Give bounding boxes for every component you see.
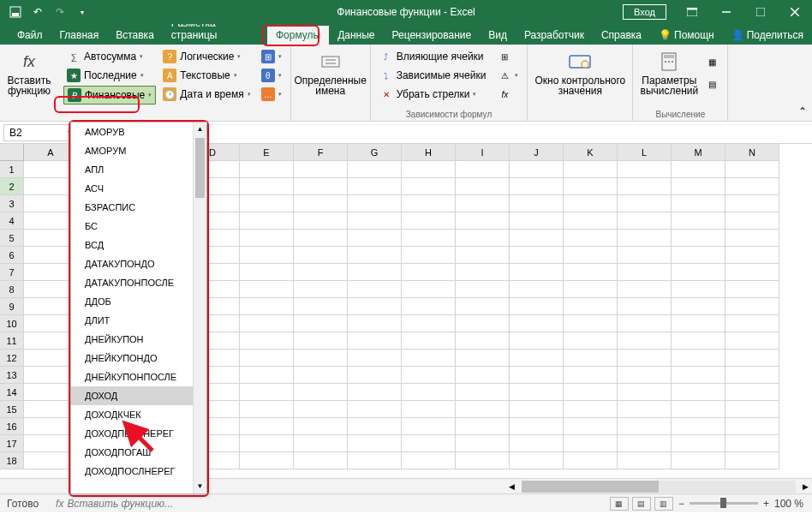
cell[interactable]: [564, 384, 618, 401]
cell[interactable]: [402, 384, 456, 401]
dropdown-item[interactable]: АМОРУМ: [71, 141, 206, 160]
cell[interactable]: [510, 195, 564, 212]
datetime-button[interactable]: 🕐Дата и время▾: [159, 86, 254, 103]
cell[interactable]: [618, 367, 672, 384]
col-header[interactable]: J: [510, 144, 564, 161]
show-formulas-button[interactable]: ⊞: [494, 48, 522, 65]
undo-icon[interactable]: ↶: [29, 3, 46, 21]
cell[interactable]: [618, 281, 672, 298]
select-all-corner[interactable]: [0, 144, 24, 161]
cell[interactable]: [725, 161, 779, 178]
cell[interactable]: [672, 315, 725, 332]
cell[interactable]: [564, 401, 618, 418]
cell[interactable]: [240, 315, 294, 332]
cell[interactable]: [725, 384, 779, 401]
cell[interactable]: [402, 195, 456, 212]
cell[interactable]: [564, 418, 618, 435]
tab-data[interactable]: Данные: [329, 26, 383, 45]
cell[interactable]: [240, 281, 294, 298]
row-header[interactable]: 8: [0, 281, 24, 298]
cell[interactable]: [618, 212, 672, 230]
row-header[interactable]: 9: [0, 298, 24, 315]
login-button[interactable]: Вход: [623, 4, 666, 20]
cell[interactable]: [510, 452, 564, 469]
cell[interactable]: [240, 367, 294, 384]
hscroll-left-icon[interactable]: ◀: [505, 482, 518, 491]
cell[interactable]: [618, 247, 672, 264]
cell[interactable]: [294, 264, 348, 281]
row-header[interactable]: 18: [0, 452, 24, 469]
cell[interactable]: [672, 195, 725, 212]
cell[interactable]: [456, 195, 510, 212]
cell[interactable]: [672, 264, 725, 281]
cell[interactable]: [564, 350, 618, 367]
calc-now-button[interactable]: ▦: [702, 53, 722, 70]
dropdown-item[interactable]: ДНЕЙКУПОНДО: [71, 349, 206, 368]
col-header[interactable]: M: [672, 144, 725, 161]
view-pagebreak-button[interactable]: ▥: [654, 497, 673, 511]
row-header[interactable]: 4: [0, 212, 24, 230]
qa-customize-icon[interactable]: ▾: [74, 3, 91, 21]
error-check-button[interactable]: ⚠▾: [494, 67, 522, 84]
row-header[interactable]: 11: [0, 332, 24, 350]
zoom-in-button[interactable]: +: [763, 498, 769, 510]
dropdown-item[interactable]: ДАТАКУПОНДО: [71, 254, 206, 273]
dropdown-item[interactable]: ДЛИТ: [71, 311, 206, 330]
cell[interactable]: [402, 298, 456, 315]
cell[interactable]: [510, 161, 564, 178]
cell[interactable]: [725, 350, 779, 367]
cell[interactable]: [672, 281, 725, 298]
dropdown-item[interactable]: АСЧ: [71, 179, 206, 198]
cell[interactable]: [618, 452, 672, 469]
cell[interactable]: [725, 418, 779, 435]
cell[interactable]: [510, 350, 564, 367]
col-header[interactable]: E: [240, 144, 294, 161]
row-header[interactable]: 10: [0, 315, 24, 332]
cell[interactable]: [672, 367, 725, 384]
cell[interactable]: [402, 401, 456, 418]
cell[interactable]: [240, 401, 294, 418]
tab-insert[interactable]: Вставка: [107, 26, 163, 45]
cell[interactable]: [294, 315, 348, 332]
cell[interactable]: [294, 418, 348, 435]
cell[interactable]: [672, 161, 725, 178]
cell[interactable]: [294, 212, 348, 230]
dropdown-item[interactable]: ВСД: [71, 236, 206, 254]
cell[interactable]: [564, 298, 618, 315]
col-header[interactable]: K: [564, 144, 618, 161]
cell[interactable]: [618, 418, 672, 435]
dropdown-item[interactable]: ДОХОДПЕРВНЕРЕГ: [71, 424, 206, 443]
cell[interactable]: [348, 212, 402, 230]
cell[interactable]: [240, 452, 294, 469]
tab-file[interactable]: Файл: [9, 26, 51, 45]
cell[interactable]: [672, 401, 725, 418]
cell[interactable]: [564, 247, 618, 264]
col-header[interactable]: H: [402, 144, 456, 161]
cell[interactable]: [564, 332, 618, 350]
cell[interactable]: [564, 452, 618, 469]
cell[interactable]: [456, 315, 510, 332]
cell[interactable]: [725, 298, 779, 315]
cell[interactable]: [564, 178, 618, 195]
cell[interactable]: [672, 247, 725, 264]
watch-window-button[interactable]: Окно контрольного значения: [533, 48, 627, 98]
cell[interactable]: [456, 384, 510, 401]
tab-view[interactable]: Вид: [480, 26, 516, 45]
zoom-slider[interactable]: [690, 502, 758, 505]
row-header[interactable]: 17: [0, 435, 24, 452]
cell[interactable]: [564, 212, 618, 230]
cell[interactable]: [510, 212, 564, 230]
cell[interactable]: [456, 367, 510, 384]
cell[interactable]: [618, 230, 672, 247]
tab-review[interactable]: Рецензирование: [384, 26, 481, 45]
cell[interactable]: [456, 264, 510, 281]
cell[interactable]: [510, 315, 564, 332]
cell[interactable]: [294, 350, 348, 367]
cell[interactable]: [510, 384, 564, 401]
cell[interactable]: [510, 281, 564, 298]
insert-function-button[interactable]: fx Вставить функцию: [5, 48, 53, 98]
scroll-thumb[interactable]: [195, 138, 205, 198]
cell[interactable]: [348, 350, 402, 367]
cell[interactable]: [618, 161, 672, 178]
dropdown-item[interactable]: ДДОБ: [71, 292, 206, 311]
